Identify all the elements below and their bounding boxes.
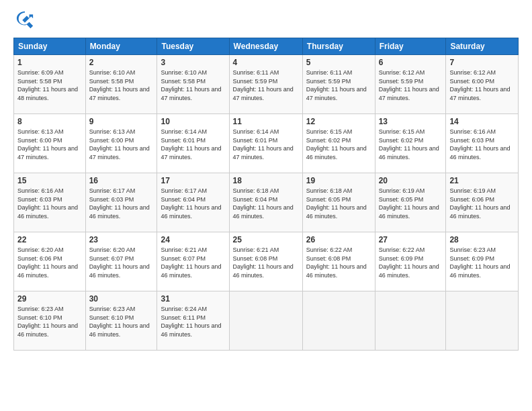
calendar-cell: 22 Sunrise: 6:20 AM Sunset: 6:06 PM Dayl… (14, 232, 86, 291)
day-info: Sunrise: 6:10 AM Sunset: 5:58 PM Dayligh… (89, 69, 150, 101)
day-number: 1 (17, 58, 82, 67)
day-number: 18 (233, 176, 299, 185)
day-number: 24 (161, 235, 225, 244)
calendar-cell: 20 Sunrise: 6:19 AM Sunset: 6:05 PM Dayl… (375, 173, 446, 232)
weekday-header-row: SundayMondayTuesdayWednesdayThursdayFrid… (14, 38, 519, 55)
day-number: 25 (233, 235, 299, 244)
day-info: Sunrise: 6:18 AM Sunset: 6:05 PM Dayligh… (306, 187, 367, 220)
day-number: 9 (89, 117, 154, 126)
day-info: Sunrise: 6:23 AM Sunset: 6:10 PM Dayligh… (17, 306, 78, 338)
page: SundayMondayTuesdayWednesdayThursdayFrid… (0, 0, 532, 411)
calendar-cell: 5 Sunrise: 6:11 AM Sunset: 5:59 PM Dayli… (302, 55, 375, 114)
day-number: 30 (89, 294, 154, 304)
day-info: Sunrise: 6:22 AM Sunset: 6:08 PM Dayligh… (306, 246, 367, 279)
day-number: 2 (89, 58, 154, 67)
day-number: 7 (449, 58, 515, 67)
calendar-table: SundayMondayTuesdayWednesdayThursdayFrid… (13, 38, 519, 351)
day-number: 29 (17, 294, 82, 304)
day-number: 27 (379, 235, 443, 244)
weekday-header-thursday: Thursday (302, 38, 375, 55)
calendar-cell: 26 Sunrise: 6:22 AM Sunset: 6:08 PM Dayl… (302, 232, 375, 291)
day-number: 6 (379, 58, 443, 67)
day-info: Sunrise: 6:09 AM Sunset: 5:58 PM Dayligh… (17, 69, 78, 101)
day-info: Sunrise: 6:24 AM Sunset: 6:11 PM Dayligh… (161, 306, 221, 338)
day-number: 26 (306, 235, 371, 244)
day-info: Sunrise: 6:16 AM Sunset: 6:03 PM Dayligh… (449, 128, 510, 161)
day-number: 8 (17, 117, 82, 126)
calendar-cell (229, 291, 302, 351)
calendar-cell: 24 Sunrise: 6:21 AM Sunset: 6:07 PM Dayl… (157, 232, 229, 291)
calendar-cell: 29 Sunrise: 6:23 AM Sunset: 6:10 PM Dayl… (14, 291, 86, 351)
calendar-cell: 15 Sunrise: 6:16 AM Sunset: 6:03 PM Dayl… (14, 173, 86, 232)
day-info: Sunrise: 6:21 AM Sunset: 6:08 PM Dayligh… (233, 246, 294, 279)
day-number: 23 (89, 235, 154, 244)
calendar-cell: 3 Sunrise: 6:10 AM Sunset: 5:58 PM Dayli… (157, 55, 229, 114)
day-number: 12 (306, 117, 371, 126)
logo-icon (15, 11, 34, 30)
calendar-cell: 23 Sunrise: 6:20 AM Sunset: 6:07 PM Dayl… (85, 232, 157, 291)
day-info: Sunrise: 6:14 AM Sunset: 6:01 PM Dayligh… (233, 128, 294, 161)
logo (13, 11, 37, 32)
day-info: Sunrise: 6:19 AM Sunset: 6:05 PM Dayligh… (379, 187, 439, 220)
calendar-cell: 6 Sunrise: 6:12 AM Sunset: 5:59 PM Dayli… (375, 55, 446, 114)
header (13, 11, 519, 32)
day-info: Sunrise: 6:13 AM Sunset: 6:00 PM Dayligh… (17, 128, 78, 161)
day-number: 3 (161, 58, 225, 67)
calendar-cell: 10 Sunrise: 6:14 AM Sunset: 6:01 PM Dayl… (157, 114, 229, 173)
calendar-cell: 9 Sunrise: 6:13 AM Sunset: 6:00 PM Dayli… (85, 114, 157, 173)
weekday-header-saturday: Saturday (446, 38, 519, 55)
weekday-header-wednesday: Wednesday (229, 38, 302, 55)
day-info: Sunrise: 6:18 AM Sunset: 6:04 PM Dayligh… (233, 187, 294, 220)
day-number: 22 (17, 235, 82, 244)
day-info: Sunrise: 6:15 AM Sunset: 6:02 PM Dayligh… (306, 128, 367, 161)
day-info: Sunrise: 6:23 AM Sunset: 6:09 PM Dayligh… (449, 246, 510, 279)
calendar-cell: 14 Sunrise: 6:16 AM Sunset: 6:03 PM Dayl… (446, 114, 519, 173)
day-info: Sunrise: 6:23 AM Sunset: 6:10 PM Dayligh… (89, 306, 150, 338)
weekday-header-friday: Friday (375, 38, 446, 55)
calendar-cell: 2 Sunrise: 6:10 AM Sunset: 5:58 PM Dayli… (85, 55, 157, 114)
day-info: Sunrise: 6:14 AM Sunset: 6:01 PM Dayligh… (161, 128, 221, 161)
calendar-cell: 16 Sunrise: 6:17 AM Sunset: 6:03 PM Dayl… (85, 173, 157, 232)
day-info: Sunrise: 6:20 AM Sunset: 6:07 PM Dayligh… (89, 246, 150, 279)
calendar-cell: 8 Sunrise: 6:13 AM Sunset: 6:00 PM Dayli… (14, 114, 86, 173)
calendar-cell: 1 Sunrise: 6:09 AM Sunset: 5:58 PM Dayli… (14, 55, 86, 114)
calendar-cell: 7 Sunrise: 6:12 AM Sunset: 6:00 PM Dayli… (446, 55, 519, 114)
day-number: 5 (306, 58, 371, 67)
calendar-cell: 17 Sunrise: 6:17 AM Sunset: 6:04 PM Dayl… (157, 173, 229, 232)
day-number: 13 (379, 117, 443, 126)
calendar-cell (375, 291, 446, 351)
calendar-cell: 19 Sunrise: 6:18 AM Sunset: 6:05 PM Dayl… (302, 173, 375, 232)
day-number: 21 (449, 176, 515, 185)
day-number: 14 (449, 117, 515, 126)
calendar-week-row-5: 29 Sunrise: 6:23 AM Sunset: 6:10 PM Dayl… (14, 291, 519, 351)
calendar-week-row-4: 22 Sunrise: 6:20 AM Sunset: 6:06 PM Dayl… (14, 232, 519, 291)
day-info: Sunrise: 6:12 AM Sunset: 6:00 PM Dayligh… (449, 69, 510, 101)
day-info: Sunrise: 6:22 AM Sunset: 6:09 PM Dayligh… (379, 246, 439, 279)
calendar-cell: 21 Sunrise: 6:19 AM Sunset: 6:06 PM Dayl… (446, 173, 519, 232)
day-info: Sunrise: 6:19 AM Sunset: 6:06 PM Dayligh… (449, 187, 510, 220)
day-number: 19 (306, 176, 371, 185)
calendar-week-row-2: 8 Sunrise: 6:13 AM Sunset: 6:00 PM Dayli… (14, 114, 519, 173)
day-info: Sunrise: 6:17 AM Sunset: 6:04 PM Dayligh… (161, 187, 221, 220)
day-info: Sunrise: 6:21 AM Sunset: 6:07 PM Dayligh… (161, 246, 221, 279)
day-number: 11 (233, 117, 299, 126)
calendar-cell: 12 Sunrise: 6:15 AM Sunset: 6:02 PM Dayl… (302, 114, 375, 173)
day-number: 20 (379, 176, 443, 185)
calendar-cell: 11 Sunrise: 6:14 AM Sunset: 6:01 PM Dayl… (229, 114, 302, 173)
calendar-cell: 4 Sunrise: 6:11 AM Sunset: 5:59 PM Dayli… (229, 55, 302, 114)
day-info: Sunrise: 6:20 AM Sunset: 6:06 PM Dayligh… (17, 246, 78, 279)
weekday-header-sunday: Sunday (14, 38, 86, 55)
day-number: 31 (161, 294, 225, 304)
day-number: 10 (161, 117, 225, 126)
day-info: Sunrise: 6:11 AM Sunset: 5:59 PM Dayligh… (306, 69, 367, 101)
day-info: Sunrise: 6:15 AM Sunset: 6:02 PM Dayligh… (379, 128, 439, 161)
calendar-cell: 28 Sunrise: 6:23 AM Sunset: 6:09 PM Dayl… (446, 232, 519, 291)
calendar-cell: 27 Sunrise: 6:22 AM Sunset: 6:09 PM Dayl… (375, 232, 446, 291)
calendar-cell: 25 Sunrise: 6:21 AM Sunset: 6:08 PM Dayl… (229, 232, 302, 291)
day-info: Sunrise: 6:17 AM Sunset: 6:03 PM Dayligh… (89, 187, 150, 220)
calendar-week-row-3: 15 Sunrise: 6:16 AM Sunset: 6:03 PM Dayl… (14, 173, 519, 232)
calendar-cell (446, 291, 519, 351)
calendar-cell: 31 Sunrise: 6:24 AM Sunset: 6:11 PM Dayl… (157, 291, 229, 351)
day-info: Sunrise: 6:16 AM Sunset: 6:03 PM Dayligh… (17, 187, 78, 220)
calendar-cell: 30 Sunrise: 6:23 AM Sunset: 6:10 PM Dayl… (85, 291, 157, 351)
